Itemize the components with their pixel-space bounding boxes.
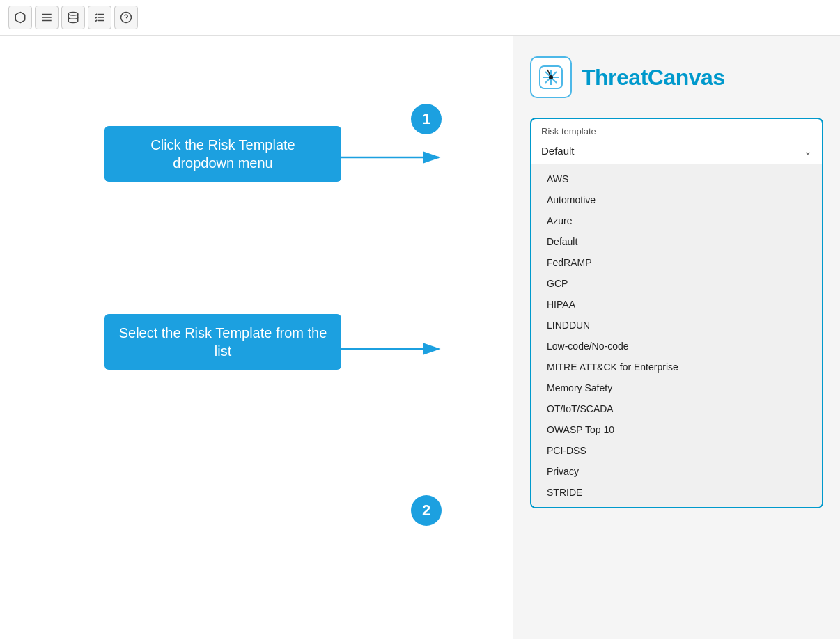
dropdown-list: AWS Automotive Azure Default FedRAMP GCP…	[531, 164, 822, 507]
dropdown-item-privacy[interactable]: Privacy	[531, 461, 822, 482]
help-button[interactable]	[114, 6, 138, 29]
dropdown-item-linddun[interactable]: LINDDUN	[531, 315, 822, 336]
dropdown-item-automotive[interactable]: Automotive	[531, 189, 822, 210]
dropdown-item-pci-dss[interactable]: PCI-DSS	[531, 440, 822, 461]
dropdown-item-memory-safety[interactable]: Memory Safety	[531, 377, 822, 398]
dropdown-item-aws[interactable]: AWS	[531, 169, 822, 189]
callout1-text: Click the Risk Template dropdown menu	[150, 137, 295, 171]
risk-template-select[interactable]: Default ⌄	[531, 139, 822, 164]
cube-button[interactable]	[8, 6, 32, 29]
step-circle-2: 2	[411, 495, 442, 526]
dropdown-item-owasp[interactable]: OWASP Top 10	[531, 419, 822, 440]
dropdown-item-mitre[interactable]: MITRE ATT&CK for Enterprise	[531, 357, 822, 377]
dropdown-item-azure[interactable]: Azure	[531, 210, 822, 231]
main-area: Click the Risk Template dropdown menu Se…	[0, 36, 840, 639]
dropdown-item-stride[interactable]: STRIDE	[531, 482, 822, 503]
callout2-text: Select the Risk Template from the list	[119, 325, 327, 359]
dropdown-item-fedramp[interactable]: FedRAMP	[531, 252, 822, 273]
logo-area: ThreatCanvas	[530, 56, 823, 98]
database-button[interactable]	[61, 6, 85, 29]
lines-button[interactable]	[35, 6, 59, 29]
toolbar	[0, 0, 840, 36]
dropdown-item-default[interactable]: Default	[531, 231, 822, 252]
dropdown-item-ot-iot[interactable]: OT/IoT/SCADA	[531, 398, 822, 419]
chevron-down-icon: ⌄	[804, 146, 812, 157]
risk-template-section: Risk template Default ⌄ AWS Automotive A…	[530, 118, 823, 508]
dropdown-item-hipaa[interactable]: HIPAA	[531, 294, 822, 315]
right-panel: ThreatCanvas Risk template Default ⌄ AWS…	[513, 36, 840, 639]
dropdown-item-lowcode[interactable]: Low-code/No-code	[531, 336, 822, 357]
logo-icon	[530, 56, 572, 98]
callout-box-1: Click the Risk Template dropdown menu	[104, 126, 341, 182]
checklist-button[interactable]	[88, 6, 111, 29]
logo-text: ThreatCanvas	[582, 65, 725, 91]
step-circle-1: 1	[411, 104, 442, 134]
dropdown-item-gcp[interactable]: GCP	[531, 273, 822, 294]
callout-box-2: Select the Risk Template from the list	[104, 314, 341, 370]
risk-template-selected-value: Default	[541, 145, 575, 157]
risk-template-label: Risk template	[531, 119, 822, 139]
left-panel: Click the Risk Template dropdown menu Se…	[0, 36, 513, 639]
svg-point-3	[68, 13, 78, 16]
